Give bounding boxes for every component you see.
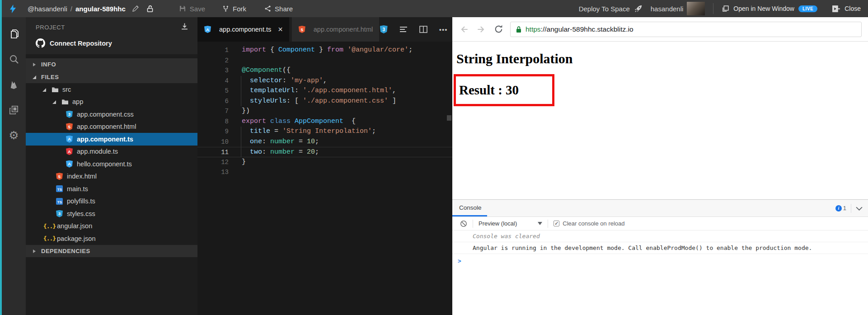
- save-label: Save: [190, 5, 205, 13]
- forward-icon[interactable]: [476, 24, 487, 35]
- breadcrumb-separator: /: [70, 5, 72, 13]
- fork-label: Fork: [233, 5, 246, 13]
- deploy-to-space-button[interactable]: Deploy To Space: [579, 5, 643, 13]
- code-text: }: [229, 157, 246, 168]
- code-text: @Component({: [229, 66, 291, 76]
- word-wrap-icon[interactable]: [399, 25, 408, 34]
- line-number: 3: [197, 66, 229, 76]
- breadcrumb: @hasandenli / angular-589hhc: [28, 5, 126, 13]
- tree-item-label: polyfills.ts: [67, 197, 95, 205]
- open-in-new-window-label: Open in New Window: [733, 5, 794, 12]
- typescript-icon: TS: [56, 185, 63, 193]
- sidebar-section-dependencies[interactable]: DEPENDENCIES: [26, 245, 197, 258]
- stackblitz-logo-icon[interactable]: [8, 4, 18, 14]
- code-text: }): [229, 106, 250, 117]
- share-button[interactable]: Share: [264, 5, 293, 13]
- file-item-index-html[interactable]: 5index.html: [26, 170, 197, 183]
- folder-item-app[interactable]: app: [26, 96, 197, 108]
- code-line-12[interactable]: 12}: [197, 157, 452, 168]
- close-button[interactable]: Close: [832, 5, 861, 13]
- rename-project-button[interactable]: [132, 5, 139, 12]
- connect-repository-button[interactable]: Connect Repository: [26, 32, 197, 48]
- code-line-7[interactable]: 7}): [197, 106, 452, 117]
- breadcrumb-username[interactable]: @hasandenli: [28, 5, 67, 13]
- console-context-dropdown[interactable]: Preview (local): [479, 220, 542, 227]
- console-tab[interactable]: Console: [452, 200, 487, 216]
- code-line-11[interactable]: 11 two: number = 20;: [197, 147, 452, 157]
- code-line-4[interactable]: 4 selector: 'my-app',: [197, 76, 452, 86]
- code-line-10[interactable]: 10 one: number = 10;: [197, 137, 452, 147]
- privacy-toggle-button[interactable]: [146, 5, 154, 13]
- tree-item-label: src: [62, 86, 71, 93]
- sidebar-section-info[interactable]: INFO: [26, 58, 197, 71]
- code-line-3[interactable]: 3@Component({: [197, 66, 452, 76]
- angular-blue-icon: A: [204, 26, 211, 33]
- tree-item-label: app.module.ts: [77, 148, 118, 155]
- refresh-icon[interactable]: [493, 24, 504, 35]
- code-line-9[interactable]: 9 title = 'String Interpolation';: [197, 127, 452, 137]
- file-item-polyfills-ts[interactable]: TSpolyfills.ts: [26, 195, 197, 208]
- clear-on-reload-checkbox[interactable]: ✓: [554, 221, 559, 226]
- clear-console-button[interactable]: [460, 220, 467, 227]
- code-text: selector: 'my-app',: [229, 76, 327, 86]
- user-menu[interactable]: hasandenli: [651, 2, 705, 15]
- editor-scrollbar-thumb[interactable]: [447, 115, 451, 121]
- back-icon[interactable]: [459, 24, 469, 35]
- file-item-app-module-ts[interactable]: Aapp.module.ts: [26, 146, 197, 158]
- save-button[interactable]: Save: [179, 5, 205, 13]
- code-line-6[interactable]: 6 styleUrls: [ './app.component.css' ]: [197, 96, 452, 107]
- split-editor-icon[interactable]: [419, 25, 428, 34]
- github-icon: [36, 38, 45, 48]
- firebase-icon[interactable]: [8, 79, 20, 90]
- editor-tab-bar: A app.component.ts × 5 app.component.htm…: [197, 17, 452, 42]
- fork-button[interactable]: Fork: [222, 5, 246, 13]
- file-item-app-component-css[interactable]: 3app.component.css: [26, 108, 197, 121]
- line-number: 8: [197, 117, 229, 127]
- sidebar-section-files[interactable]: FILES: [26, 71, 197, 84]
- code-line-8[interactable]: 8export class AppComponent {: [197, 117, 452, 127]
- settings-icon[interactable]: ⚙: [8, 129, 20, 141]
- code-line-5[interactable]: 5 templateUrl: './app.component.html',: [197, 86, 452, 96]
- result-text: Result : 30: [459, 83, 519, 97]
- file-item-app-component-ts[interactable]: Aapp.component.ts: [26, 133, 197, 146]
- console-info-badge[interactable]: i 1: [835, 205, 846, 212]
- console-header: Console i 1: [452, 200, 868, 217]
- console-collapse-button[interactable]: [856, 204, 863, 212]
- file-item-app-component-html[interactable]: 5app.component.html: [26, 121, 197, 133]
- close-exit-icon: [832, 5, 840, 13]
- tree-item-label: package.json: [57, 235, 95, 242]
- extensions-icon[interactable]: [8, 104, 20, 116]
- preview-heading: String Interpolation: [456, 51, 868, 66]
- format-css-icon[interactable]: 3: [379, 25, 388, 34]
- rocket-icon: [634, 5, 643, 13]
- console-controls: Preview (local) ✓ Clear console on reloa…: [452, 217, 868, 230]
- open-in-new-window-button[interactable]: Open in New Window LIVE: [722, 5, 817, 13]
- file-item-styles-css[interactable]: 3styles.css: [26, 207, 197, 220]
- breadcrumb-project-name[interactable]: angular-589hhc: [75, 5, 126, 13]
- twisty-expanded-icon: [52, 98, 58, 105]
- console-prompt[interactable]: >: [452, 254, 868, 264]
- code-editor[interactable]: 1import { Component } from '@angular/cor…: [197, 42, 452, 178]
- code-line-1[interactable]: 1import { Component } from '@angular/cor…: [197, 45, 452, 56]
- url-bar[interactable]: https://angular-589hhc.stackblitz.io: [510, 22, 862, 37]
- search-icon[interactable]: [8, 53, 20, 65]
- file-item-package-json[interactable]: {..}package.json: [26, 232, 197, 245]
- download-project-button[interactable]: [181, 23, 188, 32]
- tab-app-component-html[interactable]: 5 app.component.html: [292, 17, 379, 42]
- line-number: 5: [197, 86, 229, 96]
- css3-icon: 3: [66, 110, 73, 118]
- tab-close-icon[interactable]: ×: [278, 25, 283, 33]
- more-options-icon[interactable]: •••: [439, 25, 448, 34]
- file-item-main-ts[interactable]: TSmain.ts: [26, 183, 197, 195]
- tree-item-label: index.html: [67, 173, 97, 180]
- file-item-hello-component-ts[interactable]: Ahello.component.ts: [26, 158, 197, 170]
- console-controls-divider: [548, 220, 548, 228]
- files-icon[interactable]: [8, 28, 20, 40]
- code-line-13[interactable]: 13: [197, 167, 452, 178]
- user-avatar[interactable]: [687, 2, 705, 15]
- tab-app-component-ts[interactable]: A app.component.ts ×: [197, 17, 289, 42]
- tree-item-label: hello.component.ts: [77, 160, 132, 168]
- code-line-2[interactable]: 2: [197, 56, 452, 66]
- file-item-angular-json[interactable]: {..}angular.json: [26, 220, 197, 233]
- folder-item-src[interactable]: src: [26, 83, 197, 96]
